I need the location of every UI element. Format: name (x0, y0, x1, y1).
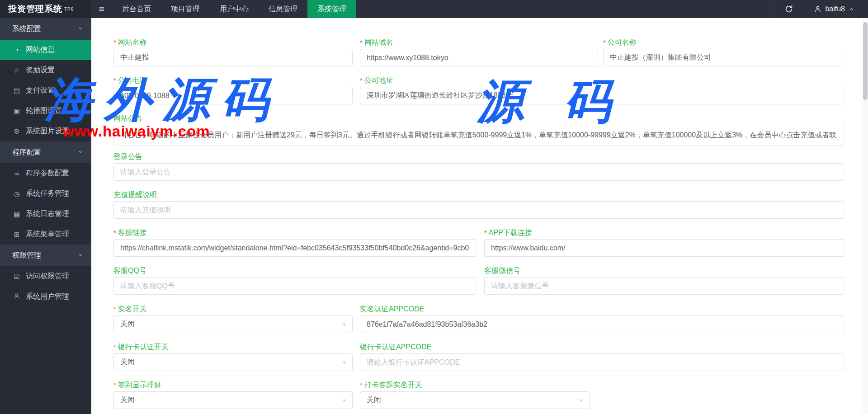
sidebar-item-label: 奖励设置 (26, 66, 55, 75)
shield-check-icon: ☑ (12, 273, 21, 281)
site-info-form: *网站名称 *网站域名 *公司名称 *公司电话 *公司地址 网站公告 登录公告 (91, 18, 868, 414)
field-label: 实名认证APPCODE (360, 305, 844, 314)
site-name-input[interactable] (113, 49, 353, 66)
sidebar-item-label: 系统用户管理 (26, 292, 69, 301)
field-company-name: *公司名称 (603, 38, 843, 66)
login-notice-input[interactable] (113, 163, 844, 181)
sidebar-item-system-tasks[interactable]: ◷ 系统任务管理 (0, 183, 91, 204)
sidebar-toggle-button[interactable]: ≡ (91, 0, 112, 18)
tab-projects[interactable]: 项目管理 (161, 0, 210, 18)
company-address-input[interactable] (360, 87, 844, 104)
field-realname-switch: *实名开关 关闭 ▼ (113, 305, 353, 333)
bankcard-switch-select[interactable]: 关闭 ▼ (113, 353, 353, 371)
field-label: *公司电话 (113, 76, 353, 85)
sidebar-item-system-logs[interactable]: ▦ 系统日志管理 (0, 204, 91, 224)
field-bankcard-switch: *银行卡认证开关 关闭 ▼ (113, 343, 353, 371)
sidebar-item-reward-settings[interactable]: ☆ 奖励设置 (0, 60, 91, 80)
service-link-input[interactable] (113, 239, 476, 257)
dashboard-icon: ◔ (12, 46, 21, 54)
field-label: *实名开关 (113, 305, 353, 314)
field-label: 客服QQ号 (113, 266, 476, 275)
sidebar-item-system-users[interactable]: 系统用户管理 (0, 287, 91, 307)
topbar-right: baifu8 (774, 0, 868, 18)
field-label: *APP下载连接 (484, 228, 844, 237)
group-label: 权限管理 (12, 251, 41, 260)
field-label: *网站名称 (113, 38, 353, 47)
sidebar-item-access-permission[interactable]: ☑ 访问权限管理 (0, 266, 91, 287)
tab-system[interactable]: 系统管理 (307, 0, 356, 18)
topbar: 投资管理系统 TP6 ≡ 后台首页 项目管理 用户中心 信息管理 系统管理 (0, 0, 868, 18)
sidebar-item-site-info[interactable]: ◔ 网站信息 (0, 40, 91, 60)
required-star: * (484, 229, 487, 236)
required-star: * (113, 76, 116, 84)
signin-display-select[interactable]: 关闭 ▼ (113, 391, 353, 409)
service-wechat-input[interactable] (484, 277, 844, 295)
realname-switch-select[interactable]: 关闭 ▼ (113, 315, 353, 333)
field-signin-display: *签到显示理财 关闭 ▼ (113, 381, 353, 409)
field-service-wechat: 客服微信号 (484, 266, 844, 295)
punch-realname-switch-select[interactable]: 关闭 ▼ (360, 391, 590, 409)
refresh-icon (785, 5, 793, 13)
bankcard-appcode-input[interactable] (360, 353, 844, 371)
sidebar-group-program-config[interactable]: 程序配置 (0, 141, 91, 163)
sidebar-item-payment-settings[interactable]: ▤ 支付设置 (0, 80, 91, 101)
field-label: *客服链接 (113, 228, 476, 237)
sidebar-item-system-images[interactable]: ⚙ 系统图片设置 (0, 121, 91, 141)
tab-dashboard[interactable]: 后台首页 (112, 0, 161, 18)
required-star: * (113, 305, 116, 313)
realname-appcode-input[interactable] (360, 315, 844, 333)
sidebar-item-carousel-settings[interactable]: ▣ 轮播图设置 (0, 101, 91, 121)
sidebar-item-program-params[interactable]: ∞ 程序参数配置 (0, 163, 91, 183)
site-domain-input[interactable] (360, 49, 598, 66)
menu-icon: ≡ (99, 3, 105, 15)
gear-icon: ⚙ (12, 127, 21, 136)
clock-icon: ◷ (12, 190, 21, 198)
required-star: * (360, 76, 363, 84)
field-service-link: *客服链接 (113, 228, 476, 257)
app-logo: 投资管理系统 TP6 (0, 0, 91, 18)
tab-user-center[interactable]: 用户中心 (210, 0, 259, 18)
select-value: 关闭 (367, 395, 381, 405)
select-value: 关闭 (120, 358, 135, 367)
scrollbar-thumb[interactable] (863, 22, 868, 100)
refresh-button[interactable] (774, 0, 804, 18)
field-label: 网站公告 (113, 114, 844, 123)
required-star: * (603, 38, 606, 46)
required-star: * (113, 381, 116, 389)
image-icon: ▣ (12, 107, 21, 115)
field-app-download-link: *APP下载连接 (484, 228, 844, 257)
field-realname-appcode: 实名认证APPCODE (360, 305, 844, 333)
vertical-scrollbar[interactable] (863, 18, 868, 414)
app-version: TP6 (64, 7, 74, 12)
field-label: 银行卡认证APPCODE (360, 343, 844, 352)
caret-down-icon: ▼ (342, 322, 347, 327)
field-site-name: *网站名称 (113, 38, 353, 66)
sidebar-item-label: 系统菜单管理 (26, 230, 69, 239)
banknote-icon: ▤ (12, 87, 21, 95)
company-name-input[interactable] (603, 49, 843, 66)
recharge-tip-input[interactable] (113, 201, 844, 219)
caret-down-icon: ▼ (579, 398, 584, 403)
field-site-notice: 网站公告 (113, 114, 844, 146)
field-site-domain: *网站域名 (360, 38, 598, 66)
app-title: 投资管理系统 (8, 3, 62, 15)
chevron-down-icon (78, 251, 83, 259)
field-company-address: *公司地址 (360, 76, 844, 104)
user-menu[interactable]: baifu8 (804, 0, 868, 18)
app-download-link-input[interactable] (484, 239, 844, 257)
main-nav: 后台首页 项目管理 用户中心 信息管理 系统管理 (112, 0, 356, 18)
site-notice-input[interactable] (113, 125, 844, 146)
sidebar-item-label: 系统任务管理 (26, 189, 69, 198)
select-value: 关闭 (120, 320, 135, 329)
tab-information[interactable]: 信息管理 (259, 0, 307, 18)
sidebar-group-permission[interactable]: 权限管理 (0, 245, 91, 266)
service-qq-input[interactable] (113, 277, 476, 295)
company-phone-input[interactable] (113, 87, 353, 104)
required-star: * (113, 343, 116, 351)
menu-window-icon: ⊞ (12, 231, 21, 239)
star-icon: ☆ (12, 66, 21, 75)
required-star: * (113, 38, 116, 46)
sidebar-group-system-config[interactable]: 系统配置 (0, 18, 91, 40)
sidebar-item-system-menus[interactable]: ⊞ 系统菜单管理 (0, 224, 91, 245)
sidebar: 系统配置 ◔ 网站信息 ☆ 奖励设置 ▤ 支付设置 ▣ 轮播图设置 ⚙ 系统图片… (0, 18, 91, 414)
